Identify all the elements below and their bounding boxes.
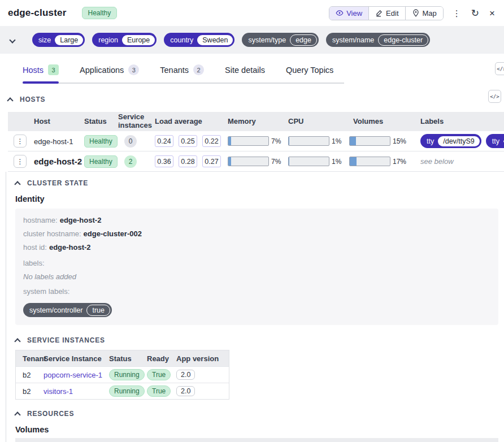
cpu-bar bbox=[288, 136, 329, 146]
host-label-chip: tty /dev/ttyS9 bbox=[420, 134, 481, 148]
hostname-label: hostname: bbox=[23, 216, 58, 224]
tab-query-topics[interactable]: Query Topics bbox=[286, 59, 333, 83]
service-instance-link[interactable]: popcorn-service-1 bbox=[44, 371, 102, 379]
tab-bar: Hosts 3 Applications 3 Tenants 2 Site de… bbox=[23, 59, 344, 84]
col-tenant: Tenant bbox=[16, 354, 44, 363]
refresh-button[interactable]: ↻ bbox=[470, 7, 480, 19]
cluster-state-section-header[interactable]: CLUSTER STATE bbox=[15, 179, 88, 187]
volumes-heading: Volumes bbox=[15, 425, 504, 434]
ready-badge: True bbox=[147, 369, 171, 380]
service-instance-link[interactable]: visitors-1 bbox=[44, 387, 73, 396]
kebab-icon: ⋮ bbox=[453, 8, 461, 18]
code-icon: </> bbox=[490, 94, 499, 99]
host-name[interactable]: edge-host-1 bbox=[34, 137, 73, 146]
col-app-version: App version bbox=[176, 354, 227, 363]
tab-hosts-count: 3 bbox=[48, 64, 59, 75]
app-version-badge: 2.0 bbox=[176, 370, 195, 380]
volumes-bar bbox=[349, 157, 390, 166]
hosts-table-header: Host Status Service instances Load avera… bbox=[8, 112, 504, 131]
view-button[interactable]: View bbox=[329, 7, 368, 20]
memory-bar bbox=[228, 136, 269, 146]
col-volumes: Volumes bbox=[349, 118, 416, 126]
chevron-up-icon bbox=[14, 181, 20, 187]
view-mode-group: View Edit Map bbox=[329, 6, 444, 20]
labels-empty-note: No labels added bbox=[23, 272, 490, 281]
instance-count-badge: 0 bbox=[124, 135, 137, 148]
volumes-table: Mount Filesystem /avassa-data/supd /dev/… bbox=[15, 438, 498, 442]
cpu-percent: 1% bbox=[332, 137, 341, 145]
cpu-bar bbox=[288, 157, 329, 166]
col-instances: Service instances bbox=[116, 113, 151, 130]
memory-percent: 7% bbox=[271, 158, 281, 166]
tab-applications-count: 3 bbox=[128, 64, 139, 75]
row-menu-button[interactable]: ⋮ bbox=[14, 155, 27, 168]
col-service-instance: Service Instance bbox=[44, 354, 109, 363]
filter-chip-system-type[interactable]: system/type edge bbox=[242, 33, 319, 47]
close-button[interactable]: × bbox=[488, 7, 496, 19]
identity-panel: hostname:edge-host-2 cluster hostname:ed… bbox=[15, 209, 498, 325]
table-row[interactable]: ⋮ edge-host-1 Healthy 0 0.24 0.25 0.22 7… bbox=[8, 131, 504, 151]
labels-label: labels: bbox=[23, 259, 45, 267]
app-version-badge: 2.0 bbox=[176, 386, 195, 396]
host-name[interactable]: edge-host-2 bbox=[34, 157, 82, 166]
table-row[interactable]: ⋮ edge-host-2 Healthy 2 0.36 0.28 0.27 7… bbox=[8, 151, 504, 172]
host-status-badge: Healthy bbox=[84, 155, 118, 168]
tab-applications[interactable]: Applications 3 bbox=[80, 59, 139, 83]
memory-percent: 7% bbox=[271, 137, 281, 145]
cluster-hostname-value: edge-cluster-002 bbox=[84, 229, 142, 238]
col-host: Host bbox=[34, 118, 84, 126]
host-label-chip: tty bbox=[486, 134, 504, 148]
ready-badge: True bbox=[147, 385, 171, 397]
service-instances-table: Tenant Service Instance Status Ready App… bbox=[15, 350, 229, 400]
resources-section-header[interactable]: RESOURCES bbox=[15, 410, 74, 418]
load-15m: 0.22 bbox=[202, 135, 221, 147]
col-load: Load average bbox=[151, 118, 225, 126]
identity-heading: Identity bbox=[15, 194, 504, 203]
tab-hosts[interactable]: Hosts 3 bbox=[23, 59, 59, 83]
host-id-label: host id: bbox=[23, 243, 47, 252]
edit-button[interactable]: Edit bbox=[368, 7, 405, 20]
hosts-code-button[interactable]: </> bbox=[488, 90, 501, 103]
view-code-button[interactable]: </> bbox=[495, 62, 504, 75]
cpu-percent: 1% bbox=[332, 158, 341, 166]
filter-chip-system-name[interactable]: system/name edge-cluster bbox=[326, 33, 430, 47]
row-menu-button[interactable]: ⋮ bbox=[14, 135, 27, 148]
page-header: edge-cluster Healthy View Edit Map ⋮ ↻ × bbox=[0, 0, 504, 26]
service-instance-row: b2 visitors-1 Running True 2.0 bbox=[16, 383, 229, 399]
tab-site-details[interactable]: Site details bbox=[225, 59, 265, 83]
chevron-up-icon bbox=[14, 411, 20, 418]
filter-chip-country[interactable]: country Sweden bbox=[164, 33, 234, 47]
filter-chip-region[interactable]: region Europe bbox=[92, 33, 157, 47]
col-status: Status bbox=[84, 118, 116, 126]
volumes-table-header: Mount Filesystem bbox=[15, 438, 498, 442]
more-options-button[interactable]: ⋮ bbox=[451, 8, 462, 19]
refresh-icon: ↻ bbox=[471, 8, 479, 19]
map-button[interactable]: Map bbox=[405, 7, 443, 20]
service-instance-row: b2 popcorn-service-1 Running True 2.0 bbox=[16, 366, 229, 383]
hosts-section-header[interactable]: HOSTS bbox=[8, 96, 45, 103]
hosts-table: Host Status Service instances Load avera… bbox=[8, 112, 504, 172]
load-1m: 0.36 bbox=[155, 155, 173, 167]
memory-bar bbox=[228, 157, 269, 166]
hostname-value: edge-host-2 bbox=[60, 216, 102, 224]
map-pin-icon bbox=[412, 9, 420, 17]
volumes-bar bbox=[349, 136, 390, 146]
eye-icon bbox=[336, 9, 344, 17]
service-instances-section-header[interactable]: SERVICE INSTANCES bbox=[15, 336, 105, 344]
service-instances-header: Tenant Service Instance Status Ready App… bbox=[16, 350, 229, 366]
host-id-value: edge-host-2 bbox=[49, 243, 91, 252]
filter-chip-size[interactable]: size Large bbox=[32, 33, 85, 47]
tab-tenants-count: 2 bbox=[193, 64, 204, 75]
tab-tenants[interactable]: Tenants 2 bbox=[160, 59, 204, 83]
collapse-filters-button[interactable] bbox=[8, 33, 17, 46]
status-badge: Running bbox=[109, 369, 145, 380]
filter-band: size Large region Europe country Sweden … bbox=[0, 26, 504, 54]
status-badge: Healthy bbox=[82, 7, 118, 19]
system-label-chip: system/controller true bbox=[23, 303, 112, 317]
status-badge: Running bbox=[109, 385, 145, 397]
page-title: edge-cluster bbox=[8, 7, 67, 19]
cluster-hostname-label: cluster hostname: bbox=[23, 229, 81, 238]
load-5m: 0.25 bbox=[179, 135, 197, 147]
load-5m: 0.28 bbox=[179, 155, 197, 167]
labels-note: see below bbox=[420, 157, 454, 166]
